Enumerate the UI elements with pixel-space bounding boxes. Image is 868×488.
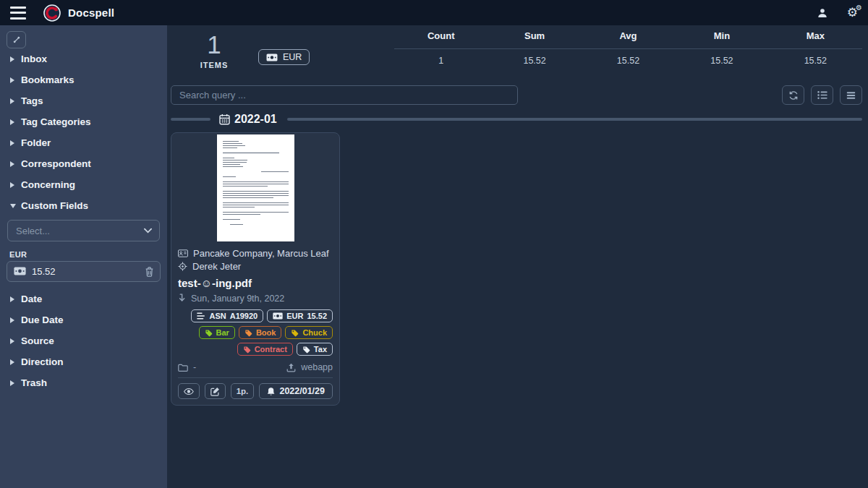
caret-right-icon [9,77,17,84]
tag-icon [243,346,251,354]
settings-gears-icon[interactable]: ⚙⚙ [847,7,858,19]
concerning-text: Derek Jeter [192,261,241,272]
menu-icon[interactable] [10,7,26,20]
tag-bar[interactable]: Bar [199,326,235,339]
item-date-text: Sun, January 9th, 2022 [191,294,284,304]
caret-down-icon [9,203,17,209]
calendar-icon [219,114,230,125]
sidebar-item-source[interactable]: Source [0,330,167,351]
detail-list-view-button[interactable] [811,85,833,105]
sidebar-item-inbox[interactable]: Inbox [0,48,167,69]
refresh-button[interactable] [782,85,804,105]
bars-icon [846,91,856,100]
tag-list: ASN A19920 EUR 15.52 Bar Book [178,309,333,356]
tag-icon [244,329,252,337]
money-bill-icon [14,265,26,278]
caret-right-icon [9,119,17,126]
caret-right-icon [9,140,17,147]
currency-filter-button[interactable]: EUR [258,49,310,65]
stats-value-count: 1 [394,49,488,66]
month-group-header: 2022-01 [171,111,862,127]
items-count: 1 ITEMS [192,31,236,69]
item-card[interactable]: Pancake Company, Marcus Leaf Derek Jeter… [171,132,340,406]
document-thumbnail[interactable] [171,133,339,241]
caret-right-icon [9,98,17,105]
search-input[interactable] [171,85,518,105]
correspondent-text: Pancake Company, Marcus Leaf [193,248,329,259]
stats-header-sum: Sum [488,30,581,49]
item-card-body: Pancake Company, Marcus Leaf Derek Jeter… [171,241,339,405]
list-icon [817,90,827,100]
caret-right-icon [9,296,17,303]
sidebar-item-correspondent[interactable]: Correspondent [0,153,167,174]
caret-right-icon [9,317,17,324]
arrow-down-icon [178,294,186,303]
docspell-logo [43,4,61,22]
custom-field-eur-input[interactable]: 15.52 [7,261,161,282]
tag-tax[interactable]: Tax [297,343,333,356]
tag-book[interactable]: Book [239,326,282,339]
sidebar-item-custom-fields[interactable]: Custom Fields [0,195,167,216]
sidebar-item-bookmarks[interactable]: Bookmarks [0,69,167,90]
sidebar-item-direction[interactable]: Direction [0,351,167,372]
sidebar-item-concerning[interactable]: Concerning [0,174,167,195]
item-card-footer: 1p. 2022/01/29 [178,377,333,399]
divider [171,118,210,121]
source-value: webapp [301,362,333,372]
tag-chuck[interactable]: Chuck [285,326,333,339]
due-date-badge[interactable]: 2022/01/29 [259,383,333,399]
tag-icon [205,329,213,337]
money-bill-icon [266,53,278,61]
folder-icon [178,364,188,372]
filter-sidebar: Inbox Bookmarks Tags Tag Categories Fold… [0,25,167,488]
refresh-icon [788,90,799,100]
search-row [171,85,862,105]
remove-custom-field-button[interactable] [145,267,154,277]
correspondent-line: Pancake Company, Marcus Leaf [178,247,333,260]
caret-right-icon [9,160,17,168]
upload-icon [286,363,296,372]
sidebar-item-folder[interactable]: Folder [0,132,167,153]
caret-right-icon [9,338,17,345]
crosshair-icon [178,262,187,271]
stats-header-max: Max [769,30,862,49]
tag-contract[interactable]: Contract [237,343,293,356]
stats-value-max: 15.52 [769,49,862,66]
stats-value-min: 15.52 [675,49,768,66]
month-group-label: 2022-01 [234,113,277,126]
stats-table: Count Sum Avg Min Max 1 15.52 15.52 15.5… [394,30,862,66]
caret-right-icon [9,56,17,63]
custom-field-label: EUR [9,250,167,259]
document-page-preview [217,134,294,241]
custom-field-value: 15.52 [32,266,56,277]
page-count-badge[interactable]: 1p. [231,383,254,399]
due-date-text: 2022/01/29 [279,386,325,396]
collapse-sidebar-button[interactable] [7,31,26,48]
item-list-area: 1 ITEMS EUR Count Sum Avg Min Max 1 15.5… [167,25,868,488]
caret-right-icon [9,181,17,189]
custom-field-select[interactable]: Select... [7,220,160,241]
item-title[interactable]: test-☺-ing.pdf [178,277,333,289]
divider [287,118,862,121]
caret-right-icon [9,380,17,387]
item-date-line: Sun, January 9th, 2022 [178,292,333,304]
sidebar-item-tags[interactable]: Tags [0,90,167,111]
bell-icon [267,387,275,396]
amount-badge: EUR 15.52 [267,309,333,322]
eye-icon [184,388,194,395]
user-account-icon[interactable] [817,7,828,19]
sidebar-item-trash[interactable]: Trash [0,372,167,393]
money-bill-icon [273,312,283,320]
app-title: Docspell [68,7,114,19]
asn-badge: ASN A19920 [191,309,263,322]
sidebar-item-date[interactable]: Date [0,288,167,309]
compact-view-button[interactable] [840,85,862,105]
edit-button[interactable] [205,383,226,399]
edit-icon [210,387,220,396]
sidebar-item-tag-categories[interactable]: Tag Categories [0,111,167,132]
sidebar-item-due-date[interactable]: Due Date [0,309,167,330]
stats-header-avg: Avg [582,30,675,49]
preview-button[interactable] [178,383,200,399]
top-navbar: Docspell ⚙⚙ [0,0,868,25]
stats-value-sum: 15.52 [488,49,581,66]
